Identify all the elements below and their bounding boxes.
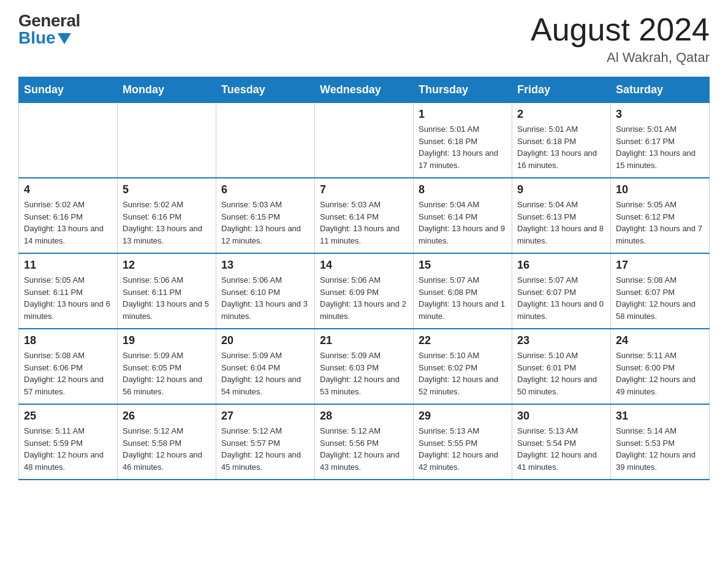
calendar-cell: [315, 103, 414, 178]
calendar-cell: 4Sunrise: 5:02 AMSunset: 6:16 PMDaylight…: [19, 178, 118, 253]
day-number: 13: [221, 259, 309, 272]
weekday-header-sunday: Sunday: [19, 77, 118, 103]
calendar-cell: 19Sunrise: 5:09 AMSunset: 6:05 PMDayligh…: [118, 329, 216, 404]
day-info: Sunrise: 5:01 AMSunset: 6:18 PMDaylight:…: [419, 123, 507, 171]
day-info: Sunrise: 5:09 AMSunset: 6:05 PMDaylight:…: [123, 350, 211, 397]
month-title: August 2024: [531, 12, 710, 47]
day-info: Sunrise: 5:14 AMSunset: 5:53 PMDaylight:…: [616, 425, 704, 473]
day-info: Sunrise: 5:07 AMSunset: 6:07 PMDaylight:…: [517, 274, 605, 322]
calendar-cell: 24Sunrise: 5:11 AMSunset: 6:00 PMDayligh…: [611, 329, 710, 404]
calendar-cell: 10Sunrise: 5:05 AMSunset: 6:12 PMDayligh…: [611, 178, 710, 253]
day-info: Sunrise: 5:08 AMSunset: 6:07 PMDaylight:…: [616, 274, 704, 322]
day-number: 23: [517, 334, 605, 347]
calendar-cell: 23Sunrise: 5:10 AMSunset: 6:01 PMDayligh…: [512, 329, 611, 404]
day-info: Sunrise: 5:06 AMSunset: 6:11 PMDaylight:…: [123, 274, 211, 322]
day-info: Sunrise: 5:04 AMSunset: 6:13 PMDaylight:…: [517, 199, 605, 247]
day-number: 28: [320, 410, 408, 423]
calendar-cell: 15Sunrise: 5:07 AMSunset: 6:08 PMDayligh…: [414, 253, 512, 329]
day-number: 1: [419, 108, 507, 121]
calendar-week-row: 25Sunrise: 5:11 AMSunset: 5:59 PMDayligh…: [19, 404, 710, 480]
day-number: 29: [419, 410, 507, 423]
calendar-cell: [19, 103, 118, 178]
day-number: 16: [517, 259, 605, 272]
day-number: 31: [616, 410, 704, 423]
day-info: Sunrise: 5:01 AMSunset: 6:18 PMDaylight:…: [517, 123, 605, 171]
calendar-cell: 18Sunrise: 5:08 AMSunset: 6:06 PMDayligh…: [19, 329, 118, 404]
day-number: 27: [221, 410, 309, 423]
day-info: Sunrise: 5:11 AMSunset: 6:00 PMDaylight:…: [616, 350, 704, 397]
calendar-cell: 17Sunrise: 5:08 AMSunset: 6:07 PMDayligh…: [611, 253, 710, 329]
calendar-cell: 21Sunrise: 5:09 AMSunset: 6:03 PMDayligh…: [315, 329, 414, 404]
day-info: Sunrise: 5:03 AMSunset: 6:14 PMDaylight:…: [320, 199, 408, 247]
day-info: Sunrise: 5:12 AMSunset: 5:56 PMDaylight:…: [320, 425, 408, 473]
calendar-header-row: SundayMondayTuesdayWednesdayThursdayFrid…: [19, 77, 710, 103]
day-info: Sunrise: 5:01 AMSunset: 6:17 PMDaylight:…: [616, 123, 704, 171]
weekday-header-monday: Monday: [118, 77, 216, 103]
day-number: 15: [419, 259, 507, 272]
day-number: 20: [221, 334, 309, 347]
day-info: Sunrise: 5:05 AMSunset: 6:11 PMDaylight:…: [24, 274, 112, 322]
calendar-cell: 5Sunrise: 5:02 AMSunset: 6:16 PMDaylight…: [118, 178, 216, 253]
day-info: Sunrise: 5:06 AMSunset: 6:09 PMDaylight:…: [320, 274, 408, 322]
calendar-cell: 6Sunrise: 5:03 AMSunset: 6:15 PMDaylight…: [216, 178, 315, 253]
day-info: Sunrise: 5:02 AMSunset: 6:16 PMDaylight:…: [123, 199, 211, 247]
day-info: Sunrise: 5:12 AMSunset: 5:58 PMDaylight:…: [123, 425, 211, 473]
day-number: 6: [221, 183, 309, 196]
calendar-cell: 12Sunrise: 5:06 AMSunset: 6:11 PMDayligh…: [118, 253, 216, 329]
calendar-week-row: 11Sunrise: 5:05 AMSunset: 6:11 PMDayligh…: [19, 253, 710, 329]
calendar-cell: 2Sunrise: 5:01 AMSunset: 6:18 PMDaylight…: [512, 103, 611, 178]
calendar-table: SundayMondayTuesdayWednesdayThursdayFrid…: [18, 77, 710, 480]
day-info: Sunrise: 5:07 AMSunset: 6:08 PMDaylight:…: [419, 274, 507, 322]
day-info: Sunrise: 5:10 AMSunset: 6:02 PMDaylight:…: [419, 350, 507, 397]
day-number: 25: [24, 410, 112, 423]
calendar-cell: 13Sunrise: 5:06 AMSunset: 6:10 PMDayligh…: [216, 253, 315, 329]
calendar-cell: 22Sunrise: 5:10 AMSunset: 6:02 PMDayligh…: [414, 329, 512, 404]
day-info: Sunrise: 5:08 AMSunset: 6:06 PMDaylight:…: [24, 350, 112, 397]
calendar-cell: 31Sunrise: 5:14 AMSunset: 5:53 PMDayligh…: [611, 404, 710, 480]
calendar-cell: 30Sunrise: 5:13 AMSunset: 5:54 PMDayligh…: [512, 404, 611, 480]
day-number: 8: [419, 183, 507, 196]
day-info: Sunrise: 5:13 AMSunset: 5:55 PMDaylight:…: [419, 425, 507, 473]
calendar-week-row: 18Sunrise: 5:08 AMSunset: 6:06 PMDayligh…: [19, 329, 710, 404]
calendar-cell: 27Sunrise: 5:12 AMSunset: 5:57 PMDayligh…: [216, 404, 315, 480]
calendar-cell: 25Sunrise: 5:11 AMSunset: 5:59 PMDayligh…: [19, 404, 118, 480]
day-number: 5: [123, 183, 211, 196]
logo-triangle-icon: [58, 33, 71, 44]
day-info: Sunrise: 5:12 AMSunset: 5:57 PMDaylight:…: [221, 425, 309, 473]
day-number: 19: [123, 334, 211, 347]
day-info: Sunrise: 5:02 AMSunset: 6:16 PMDaylight:…: [24, 199, 112, 247]
calendar-cell: 28Sunrise: 5:12 AMSunset: 5:56 PMDayligh…: [315, 404, 414, 480]
weekday-header-wednesday: Wednesday: [315, 77, 414, 103]
logo-blue-text: Blue: [18, 29, 56, 47]
day-number: 22: [419, 334, 507, 347]
svg-marker-0: [58, 33, 71, 44]
day-info: Sunrise: 5:04 AMSunset: 6:14 PMDaylight:…: [419, 199, 507, 247]
calendar-cell: 9Sunrise: 5:04 AMSunset: 6:13 PMDaylight…: [512, 178, 611, 253]
calendar-cell: 20Sunrise: 5:09 AMSunset: 6:04 PMDayligh…: [216, 329, 315, 404]
day-number: 9: [517, 183, 605, 196]
day-number: 24: [616, 334, 704, 347]
calendar-cell: 8Sunrise: 5:04 AMSunset: 6:14 PMDaylight…: [414, 178, 512, 253]
calendar-cell: 26Sunrise: 5:12 AMSunset: 5:58 PMDayligh…: [118, 404, 216, 480]
day-number: 10: [616, 183, 704, 196]
day-info: Sunrise: 5:11 AMSunset: 5:59 PMDaylight:…: [24, 425, 112, 473]
day-info: Sunrise: 5:06 AMSunset: 6:10 PMDaylight:…: [221, 274, 309, 322]
calendar-cell: 3Sunrise: 5:01 AMSunset: 6:17 PMDaylight…: [611, 103, 710, 178]
day-number: 2: [517, 108, 605, 121]
weekday-header-saturday: Saturday: [611, 77, 710, 103]
calendar-cell: 14Sunrise: 5:06 AMSunset: 6:09 PMDayligh…: [315, 253, 414, 329]
day-number: 7: [320, 183, 408, 196]
calendar-cell: 1Sunrise: 5:01 AMSunset: 6:18 PMDaylight…: [414, 103, 512, 178]
day-info: Sunrise: 5:10 AMSunset: 6:01 PMDaylight:…: [517, 350, 605, 397]
weekday-header-tuesday: Tuesday: [216, 77, 315, 103]
day-number: 4: [24, 183, 112, 196]
day-info: Sunrise: 5:13 AMSunset: 5:54 PMDaylight:…: [517, 425, 605, 473]
day-info: Sunrise: 5:09 AMSunset: 6:04 PMDaylight:…: [221, 350, 309, 397]
weekday-header-thursday: Thursday: [414, 77, 512, 103]
weekday-header-friday: Friday: [512, 77, 611, 103]
location-title: Al Wakrah, Qatar: [531, 50, 710, 66]
day-number: 18: [24, 334, 112, 347]
calendar-cell: 16Sunrise: 5:07 AMSunset: 6:07 PMDayligh…: [512, 253, 611, 329]
logo-general-text: General: [18, 12, 80, 29]
day-info: Sunrise: 5:03 AMSunset: 6:15 PMDaylight:…: [221, 199, 309, 247]
